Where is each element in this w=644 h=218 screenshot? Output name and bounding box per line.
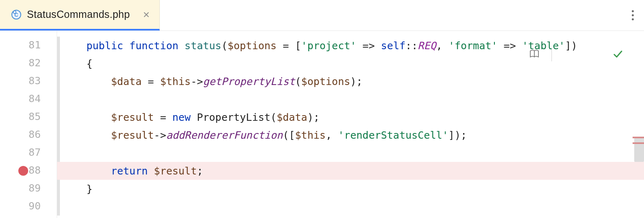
code-token: 'renderStatusCell' xyxy=(338,129,448,141)
code-token: 'project' xyxy=(301,40,356,52)
code-line[interactable]: { xyxy=(57,54,644,72)
code-token: = [ xyxy=(277,40,301,52)
code-token: -> xyxy=(191,76,203,87)
code-token: = xyxy=(154,111,172,123)
code-token: $options xyxy=(227,40,276,52)
code-token: = xyxy=(141,76,160,87)
editor-tab-active[interactable]: C StatusCommands.php xyxy=(0,0,160,31)
gutter[interactable]: 81828384858687888990 xyxy=(0,31,57,218)
code-token: $result xyxy=(154,165,197,177)
code-token: => xyxy=(498,40,522,52)
code-token: ( xyxy=(221,40,227,52)
line-number[interactable]: 90 xyxy=(0,200,41,212)
code-area[interactable]: public function status($options = ['proj… xyxy=(57,31,644,218)
line-number[interactable]: 87 xyxy=(0,146,41,158)
breakpoint-marker[interactable] xyxy=(18,166,28,176)
code-line[interactable]: $result = new PropertyList($data); xyxy=(57,108,644,126)
code-token: return xyxy=(111,165,154,177)
code-token: 'table' xyxy=(522,40,565,52)
tab-bar-actions xyxy=(631,0,644,31)
code-token: $this xyxy=(160,76,191,87)
code-token: ([ xyxy=(283,129,295,141)
svg-text:C: C xyxy=(14,12,18,18)
code-line[interactable]: return $result; xyxy=(57,162,644,180)
editor-tab-bar: C StatusCommands.php xyxy=(0,0,644,31)
code-token: status xyxy=(185,40,221,52)
code-token: ]); xyxy=(448,129,467,141)
code-token: :: xyxy=(406,40,418,52)
code-line[interactable]: $result->addRendererFunction([$this, 're… xyxy=(57,126,644,144)
code-token: public xyxy=(86,40,129,52)
code-token: new xyxy=(172,111,197,123)
code-token: { xyxy=(86,58,93,70)
close-tab-button[interactable] xyxy=(142,11,150,19)
code-token: REQ xyxy=(418,40,436,52)
code-token: => xyxy=(356,40,381,52)
line-number[interactable]: 81 xyxy=(0,39,41,51)
code-token: , xyxy=(326,129,338,141)
code-token: $options xyxy=(301,76,350,87)
line-number[interactable]: 82 xyxy=(0,57,41,69)
tab-filename-label: StatusCommands.php xyxy=(27,9,130,20)
code-line[interactable] xyxy=(57,90,644,108)
code-token: $this xyxy=(295,129,326,141)
code-line[interactable] xyxy=(57,144,644,162)
code-token: } xyxy=(86,183,93,195)
code-token: -> xyxy=(154,129,166,141)
code-token: function xyxy=(129,40,184,52)
code-token: addRendererFunction xyxy=(166,129,283,141)
code-token: ); xyxy=(350,76,362,87)
code-token: ]) xyxy=(565,40,577,52)
code-line[interactable]: $data = $this->getPropertyList($options)… xyxy=(57,72,644,90)
more-options-button[interactable] xyxy=(631,10,634,20)
code-token: , xyxy=(436,40,448,52)
code-line[interactable]: public function status($options = ['proj… xyxy=(57,37,644,54)
code-token: $data xyxy=(111,76,141,87)
code-token: ); xyxy=(307,111,320,123)
code-token: getPropertyList xyxy=(203,76,295,87)
code-token: $result xyxy=(111,129,154,141)
code-token: 'format' xyxy=(448,40,497,52)
code-token: ; xyxy=(197,165,203,177)
line-number[interactable]: 84 xyxy=(0,93,41,105)
code-token: ( xyxy=(295,76,301,87)
line-number[interactable]: 86 xyxy=(0,129,41,140)
code-token: $result xyxy=(111,111,154,123)
line-number[interactable]: 83 xyxy=(0,75,41,87)
code-token: $data xyxy=(277,111,307,123)
code-line[interactable]: } xyxy=(57,180,644,198)
code-token: PropertyList( xyxy=(197,111,277,123)
code-line[interactable] xyxy=(57,198,644,216)
line-number[interactable]: 85 xyxy=(0,111,41,122)
php-class-icon: C xyxy=(11,9,22,20)
code-token: self xyxy=(381,40,406,52)
line-number[interactable]: 89 xyxy=(0,182,41,194)
code-editor[interactable]: 81828384858687888990 public function sta… xyxy=(0,31,644,218)
